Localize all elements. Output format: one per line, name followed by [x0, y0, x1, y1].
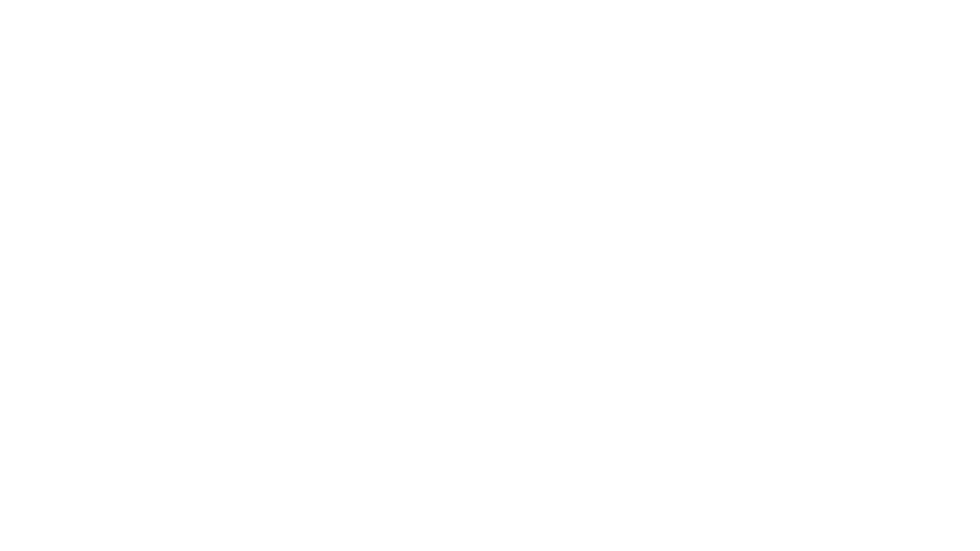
screen: [0, 0, 980, 551]
